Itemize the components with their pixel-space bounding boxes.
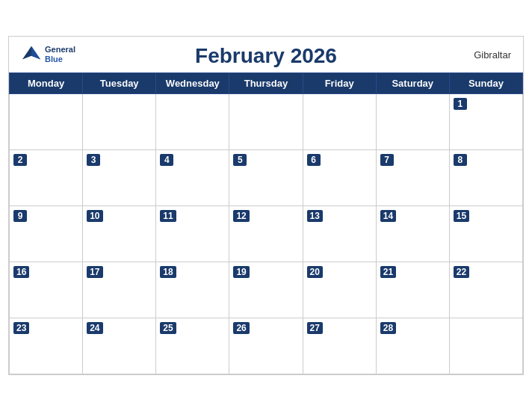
day-number: 14 xyxy=(380,210,396,222)
month-title: February 2026 xyxy=(195,44,337,68)
header-saturday: Saturday xyxy=(376,73,449,94)
calendar-cell: 1 xyxy=(449,94,522,150)
calendar-cell: 26 xyxy=(229,318,303,374)
calendar-cell: 3 xyxy=(83,150,156,206)
day-number: 1 xyxy=(454,98,467,110)
calendar-header: General Blue February 2026 Gibraltar xyxy=(9,37,523,72)
logo-text: General Blue xyxy=(45,45,75,64)
header-thursday: Thursday xyxy=(229,73,303,94)
calendar-cell: 11 xyxy=(156,206,229,262)
calendar-cell xyxy=(303,94,376,150)
calendar-cell: 10 xyxy=(83,206,156,262)
calendar-cell: 5 xyxy=(229,150,303,206)
day-number: 13 xyxy=(307,210,323,222)
day-number: 5 xyxy=(233,154,247,166)
day-number: 16 xyxy=(13,266,29,278)
calendar-cell: 18 xyxy=(156,262,229,318)
header-monday: Monday xyxy=(10,73,83,94)
calendar-cell: 16 xyxy=(10,262,83,318)
calendar-cell: 2 xyxy=(10,150,83,206)
calendar-cell: 22 xyxy=(449,262,522,318)
country-label: Gibraltar xyxy=(474,49,511,61)
calendar-week-row: 232425262728 xyxy=(10,318,523,374)
header-friday: Friday xyxy=(303,73,376,94)
day-number: 7 xyxy=(380,154,394,166)
day-number: 23 xyxy=(13,322,29,334)
calendar-cell: 14 xyxy=(376,206,449,262)
logo-area: General Blue xyxy=(21,44,75,65)
calendar-cell xyxy=(229,94,303,150)
day-number: 22 xyxy=(454,266,469,278)
svg-marker-1 xyxy=(31,46,40,60)
day-number: 8 xyxy=(454,154,467,166)
calendar-cell xyxy=(83,94,156,150)
calendar-cell xyxy=(376,94,449,150)
calendar-cell: 24 xyxy=(83,318,156,374)
calendar-cell: 21 xyxy=(376,262,449,318)
calendar-cell xyxy=(10,94,83,150)
day-number: 24 xyxy=(87,322,102,334)
logo-icon xyxy=(21,44,42,65)
calendar-cell: 13 xyxy=(303,206,376,262)
calendar-cell: 25 xyxy=(156,318,229,374)
day-number: 19 xyxy=(233,266,249,278)
calendar-cell: 17 xyxy=(83,262,156,318)
calendar-week-row: 9101112131415 xyxy=(10,206,523,262)
header-sunday: Sunday xyxy=(449,73,522,94)
calendar-table: Monday Tuesday Wednesday Thursday Friday… xyxy=(9,72,523,374)
calendar-cell: 27 xyxy=(303,318,376,374)
calendar-cell: 23 xyxy=(10,318,83,374)
day-number: 25 xyxy=(160,322,176,334)
calendar-cell: 20 xyxy=(303,262,376,318)
calendar-week-row: 2345678 xyxy=(10,150,523,206)
day-number: 9 xyxy=(13,210,27,222)
calendar-cell: 6 xyxy=(303,150,376,206)
day-number: 4 xyxy=(160,154,173,166)
header-wednesday: Wednesday xyxy=(156,73,229,94)
day-number: 28 xyxy=(380,322,396,334)
calendar-cell: 4 xyxy=(156,150,229,206)
calendar-cell: 8 xyxy=(449,150,522,206)
calendar: General Blue February 2026 Gibraltar Mon… xyxy=(8,36,524,375)
day-number: 27 xyxy=(307,322,323,334)
calendar-cell: 7 xyxy=(376,150,449,206)
calendar-body: 1234567891011121314151617181920212223242… xyxy=(10,94,523,374)
day-number: 20 xyxy=(307,266,323,278)
calendar-cell: 12 xyxy=(229,206,303,262)
day-number: 15 xyxy=(454,210,469,222)
day-number: 2 xyxy=(13,154,27,166)
day-number: 26 xyxy=(233,322,249,334)
day-number: 17 xyxy=(87,266,102,278)
header-tuesday: Tuesday xyxy=(83,73,156,94)
calendar-cell xyxy=(156,94,229,150)
day-number: 11 xyxy=(160,210,176,222)
calendar-cell: 19 xyxy=(229,262,303,318)
calendar-cell xyxy=(449,318,522,374)
calendar-cell: 28 xyxy=(376,318,449,374)
calendar-cell: 15 xyxy=(449,206,522,262)
day-number: 18 xyxy=(160,266,176,278)
calendar-cell: 9 xyxy=(10,206,83,262)
day-number: 10 xyxy=(87,210,102,222)
calendar-week-row: 1 xyxy=(10,94,523,150)
day-number: 21 xyxy=(380,266,396,278)
calendar-week-row: 16171819202122 xyxy=(10,262,523,318)
weekday-header-row: Monday Tuesday Wednesday Thursday Friday… xyxy=(10,73,523,94)
day-number: 6 xyxy=(307,154,321,166)
day-number: 12 xyxy=(233,210,249,222)
day-number: 3 xyxy=(87,154,100,166)
